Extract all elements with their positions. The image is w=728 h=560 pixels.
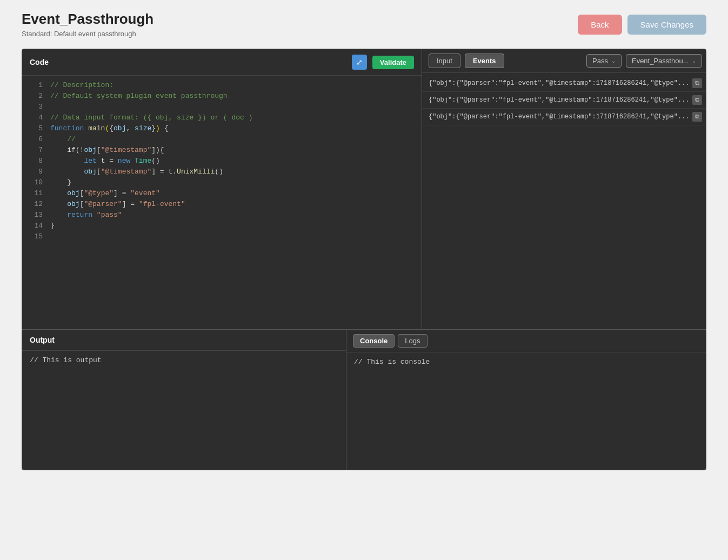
event-text: {"obj":{"@parser":"fpl-event","@timestam… xyxy=(429,96,689,104)
events-list: {"obj":{"@parser":"fpl-event","@timestam… xyxy=(422,73,706,329)
line-content: function main({obj, size}) { xyxy=(50,124,169,135)
console-tab[interactable]: Console xyxy=(353,334,395,348)
code-line: 10 } xyxy=(22,178,422,189)
code-header: Code ⤢ Validate xyxy=(22,49,422,76)
line-content: // Default system plugin event passthrou… xyxy=(50,92,228,103)
code-line: 14} xyxy=(22,222,422,232)
event-dropdown[interactable]: Event_Passthou... ⌄ xyxy=(626,54,703,68)
pass-dropdown[interactable]: Pass ⌄ xyxy=(586,54,622,68)
line-content: let t = new Time() xyxy=(50,157,160,168)
line-number: 15 xyxy=(28,232,43,243)
line-content: // Description: xyxy=(50,81,113,92)
copy-icon[interactable]: ⧉ xyxy=(692,78,702,88)
page-subtitle: Standard: Default event passthrough xyxy=(22,30,153,38)
line-content: obj["@parser"] = "fpl-event" xyxy=(50,200,185,211)
code-line: 9 obj["@timestamp"] = t.UnixMilli() xyxy=(22,168,422,178)
code-line: 4// Data input format: ({ obj, size }) o… xyxy=(22,114,422,124)
console-body: // This is console xyxy=(346,352,706,470)
page-title: Event_Passthrough xyxy=(22,11,153,28)
page-header: Event_Passthrough Standard: Default even… xyxy=(0,0,728,43)
save-changes-button[interactable]: Save Changes xyxy=(627,15,706,35)
line-number: 4 xyxy=(28,114,43,124)
top-panel: Code ⤢ Validate 1// Description:2// Defa… xyxy=(22,49,706,330)
header-buttons: Back Save Changes xyxy=(578,15,706,35)
line-number: 2 xyxy=(28,92,43,103)
line-content: // Data input format: ({ obj, size }) or… xyxy=(50,114,252,124)
code-line: 5function main({obj, size}) { xyxy=(22,124,422,135)
code-header-right: ⤢ Validate xyxy=(352,55,414,70)
pass-dropdown-label: Pass xyxy=(592,57,608,65)
line-content: // xyxy=(50,135,76,146)
code-line: 12 obj["@parser"] = "fpl-event" xyxy=(22,200,422,211)
event-dropdown-label: Event_Passthou... xyxy=(632,57,689,65)
event-text: {"obj":{"@parser":"fpl-event","@timestam… xyxy=(429,113,689,121)
code-line: 8 let t = new Time() xyxy=(22,157,422,168)
tab-input[interactable]: Input xyxy=(429,54,460,68)
event-item: {"obj":{"@parser":"fpl-event","@timestam… xyxy=(422,92,706,109)
code-section: Code ⤢ Validate 1// Description:2// Defa… xyxy=(22,49,422,329)
line-number: 14 xyxy=(28,222,43,232)
code-title: Code xyxy=(30,58,49,66)
code-line: 13 return "pass" xyxy=(22,211,422,222)
code-body: 1// Description:2// Default system plugi… xyxy=(22,76,422,329)
console-section: Console Logs // This is console xyxy=(346,330,706,470)
code-line: 7 if(!obj["@timestamp"]){ xyxy=(22,146,422,157)
line-content: if(!obj["@timestamp"]){ xyxy=(50,146,164,157)
expand-icon: ⤢ xyxy=(356,58,363,66)
line-content: obj["@type"] = "event" xyxy=(50,189,160,200)
line-number: 9 xyxy=(28,168,43,178)
back-button[interactable]: Back xyxy=(578,15,622,35)
right-panel-header: Input Events Pass ⌄ Event_Passthou... ⌄ xyxy=(422,49,706,73)
event-item: {"obj":{"@parser":"fpl-event","@timestam… xyxy=(422,109,706,125)
pass-chevron-icon: ⌄ xyxy=(611,58,616,64)
line-number: 1 xyxy=(28,81,43,92)
expand-button[interactable]: ⤢ xyxy=(352,55,367,70)
code-line: 6 // xyxy=(22,135,422,146)
bottom-panel: Output // This is output Console Logs //… xyxy=(22,330,706,470)
logs-tab[interactable]: Logs xyxy=(398,334,427,348)
code-line: 3 xyxy=(22,103,422,114)
console-content: // This is console xyxy=(354,358,430,366)
line-content: } xyxy=(50,178,71,189)
code-line: 2// Default system plugin event passthro… xyxy=(22,92,422,103)
line-content: } xyxy=(50,222,55,232)
event-item: {"obj":{"@parser":"fpl-event","@timestam… xyxy=(422,75,706,92)
output-section: Output // This is output xyxy=(22,330,346,470)
console-header: Console Logs xyxy=(346,330,706,352)
main-content: Code ⤢ Validate 1// Description:2// Defa… xyxy=(0,43,728,481)
header-left: Event_Passthrough Standard: Default even… xyxy=(22,11,153,38)
output-header: Output xyxy=(22,330,346,351)
line-number: 11 xyxy=(28,189,43,200)
event-chevron-icon: ⌄ xyxy=(692,58,696,64)
code-line: 15 xyxy=(22,232,422,243)
line-number: 3 xyxy=(28,103,43,114)
output-title: Output xyxy=(30,336,55,344)
line-number: 7 xyxy=(28,146,43,157)
line-number: 5 xyxy=(28,124,43,135)
tab-events[interactable]: Events xyxy=(465,54,504,68)
output-content: // This is output xyxy=(30,356,102,364)
line-content: return "pass" xyxy=(50,211,122,222)
code-line: 11 obj["@type"] = "event" xyxy=(22,189,422,200)
line-number: 6 xyxy=(28,135,43,146)
validate-button[interactable]: Validate xyxy=(372,56,414,69)
copy-icon[interactable]: ⧉ xyxy=(692,112,702,122)
line-content: obj["@timestamp"] = t.UnixMilli() xyxy=(50,168,223,178)
line-number: 12 xyxy=(28,200,43,211)
event-text: {"obj":{"@parser":"fpl-event","@timestam… xyxy=(429,79,689,87)
line-number: 10 xyxy=(28,178,43,189)
copy-icon[interactable]: ⧉ xyxy=(692,95,702,105)
output-body: // This is output xyxy=(22,351,346,470)
line-number: 8 xyxy=(28,157,43,168)
line-number: 13 xyxy=(28,211,43,222)
right-panel: Input Events Pass ⌄ Event_Passthou... ⌄ … xyxy=(422,49,706,329)
code-line: 1// Description: xyxy=(22,81,422,92)
